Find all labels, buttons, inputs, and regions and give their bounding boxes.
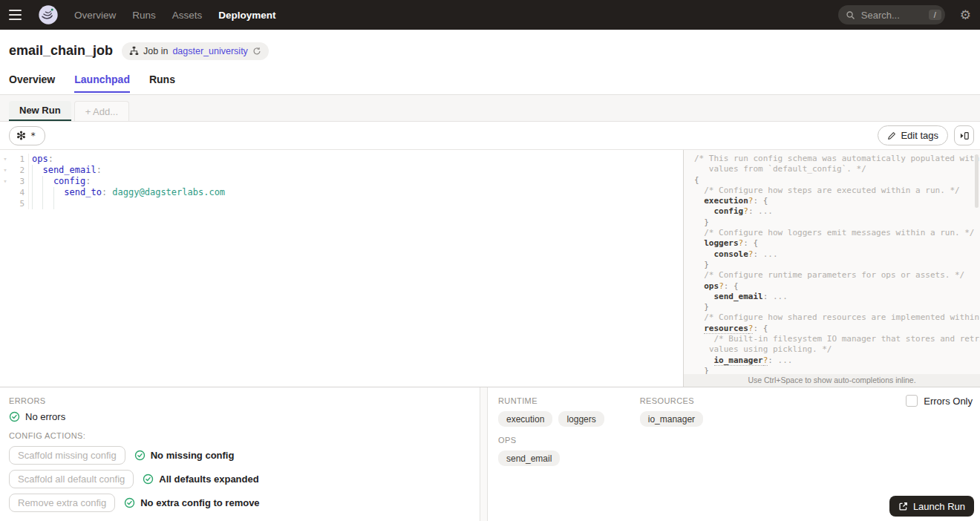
- job-header: email_chain_job Job in dagster_universit…: [0, 30, 980, 72]
- page-title: email_chain_job: [9, 43, 113, 59]
- scaffold-missing-config-button[interactable]: Scaffold missing config: [9, 446, 125, 465]
- schema-line: /* This run config schema was automatica…: [694, 154, 980, 164]
- op-selector-input[interactable]: *: [9, 126, 45, 145]
- search-input[interactable]: Search... /: [838, 5, 945, 24]
- job-graph-icon: [129, 46, 139, 56]
- config-action-row: Scaffold all default configAll defaults …: [9, 470, 471, 488]
- resources-column: RESOURCES io_manager: [640, 396, 703, 436]
- schema-line: console?: ...: [694, 249, 980, 260]
- chip-send_email[interactable]: send_email: [498, 450, 560, 466]
- schema-line: ops?: {: [694, 281, 980, 292]
- refresh-icon[interactable]: [252, 47, 261, 56]
- toggle-schema-panel-button[interactable]: [954, 125, 974, 145]
- runtime-label: RUNTIME: [498, 396, 604, 405]
- action-status-text: No extra config to remove: [140, 497, 259, 508]
- code-location-link[interactable]: dagster_university: [172, 46, 247, 56]
- schema-line: send_email: ...: [694, 292, 980, 302]
- errors-label: ERRORS: [9, 396, 471, 405]
- bottom-splitter[interactable]: [480, 387, 488, 521]
- pencil-icon: [887, 131, 896, 140]
- top-nav-bar: OverviewRunsAssetsDeployment Search... /…: [0, 0, 980, 30]
- nav-assets[interactable]: Assets: [172, 10, 203, 21]
- tab-runs[interactable]: Runs: [149, 72, 175, 93]
- schema-line: execution?: {: [694, 196, 980, 206]
- code-text: ops:: [28, 154, 53, 165]
- autocomplete-hint: Use Ctrl+Space to show auto-completions …: [684, 374, 980, 387]
- schema-line: }: [694, 260, 980, 270]
- dagster-logo[interactable]: [37, 4, 59, 26]
- edit-tags-button[interactable]: Edit tags: [878, 125, 948, 145]
- op-graph-icon: [16, 131, 26, 140]
- chip-io_manager[interactable]: io_manager: [640, 411, 703, 427]
- job-tabs: OverviewLaunchpadRuns: [0, 72, 980, 95]
- config-action-row: Scaffold missing configNo missing config: [9, 446, 471, 465]
- tab-new-run[interactable]: New Run: [9, 101, 71, 121]
- resources-label: RESOURCES: [640, 396, 703, 405]
- launch-run-button[interactable]: Launch Run: [889, 496, 974, 517]
- errors-only-label: Errors Only: [924, 396, 973, 407]
- fold-chevron-icon[interactable]: ▾: [0, 176, 10, 187]
- code-text: send_email:: [28, 165, 102, 176]
- gutter-space: [0, 198, 10, 209]
- schema-scrollbar[interactable]: [975, 154, 979, 208]
- line-number: 2: [10, 165, 28, 176]
- scaffold-all-default-config-button[interactable]: Scaffold all default config: [9, 470, 134, 488]
- search-icon: [846, 10, 855, 20]
- badge-prefix: Job in: [143, 46, 168, 56]
- schema-line: /* Configure runtime parameters for ops …: [694, 270, 980, 281]
- chip-execution[interactable]: execution: [498, 411, 552, 427]
- code-text: [28, 198, 64, 209]
- editor-line[interactable]: 4 send_to: daggy@dagsterlabs.com: [0, 187, 683, 198]
- line-number: 1: [10, 154, 28, 165]
- search-placeholder: Search...: [861, 10, 923, 21]
- config-editor-split: ▾1ops:▾2 send_email:▾3 config:4 send_to:…: [0, 150, 980, 387]
- editor-line[interactable]: 5: [0, 198, 683, 209]
- launchpad-toolbar: * Edit tags: [0, 122, 980, 150]
- op-selector-value: *: [30, 131, 36, 141]
- schema-line: io_manager?: ...: [694, 355, 980, 366]
- launch-run-label: Launch Run: [913, 501, 965, 512]
- no-errors-status: No errors: [9, 411, 471, 422]
- line-number: 5: [10, 198, 28, 209]
- settings-gear-icon[interactable]: ⚙: [960, 9, 971, 22]
- schema-line: }: [694, 217, 980, 228]
- edit-tags-label: Edit tags: [901, 130, 938, 141]
- bottom-panel: ERRORS No errors CONFIG ACTIONS: Scaffol…: [0, 387, 980, 521]
- errors-panel: ERRORS No errors CONFIG ACTIONS: Scaffol…: [0, 387, 480, 521]
- fold-chevron-icon[interactable]: ▾: [0, 165, 10, 176]
- yaml-config-editor[interactable]: ▾1ops:▾2 send_email:▾3 config:4 send_to:…: [0, 150, 683, 387]
- remove-extra-config-button[interactable]: Remove extra config: [9, 494, 115, 512]
- menu-icon[interactable]: [9, 5, 28, 24]
- line-number: 3: [10, 176, 28, 187]
- nav-deployment[interactable]: Deployment: [218, 10, 275, 21]
- fold-chevron-icon[interactable]: ▾: [0, 154, 10, 165]
- gutter-space: [0, 187, 10, 198]
- schema-line: loggers?: {: [694, 238, 980, 249]
- action-status-text: No missing config: [151, 450, 235, 461]
- errors-only-toggle[interactable]: Errors Only: [906, 395, 973, 407]
- config-schema-panel: /* This run config schema was automatica…: [684, 150, 980, 387]
- search-shortcut-key: /: [929, 10, 941, 20]
- tab-launchpad[interactable]: Launchpad: [74, 72, 130, 93]
- launchpad-tab-strip: New Run + Add...: [0, 95, 980, 122]
- line-number: 4: [10, 187, 28, 198]
- chip-loggers[interactable]: loggers: [558, 411, 604, 427]
- editor-line[interactable]: ▾3 config:: [0, 176, 683, 187]
- nav-runs[interactable]: Runs: [132, 10, 156, 21]
- code-text: send_to: daggy@dagsterlabs.com: [28, 187, 225, 198]
- action-status: No missing config: [134, 450, 235, 461]
- nav-overview[interactable]: Overview: [74, 10, 116, 21]
- errors-only-checkbox[interactable]: [906, 395, 918, 407]
- editor-line[interactable]: ▾1ops:: [0, 154, 683, 165]
- tab-add-config[interactable]: + Add...: [74, 101, 129, 121]
- job-location-badge: Job in dagster_university: [122, 42, 269, 60]
- runtime-column: RUNTIME executionloggers: [498, 396, 604, 436]
- action-status-text: All defaults expanded: [159, 474, 258, 485]
- schema-line: values from `default_config`. */: [694, 164, 980, 174]
- tab-overview[interactable]: Overview: [9, 72, 55, 93]
- schema-line: }: [694, 302, 980, 312]
- editor-line[interactable]: ▾2 send_email:: [0, 165, 683, 176]
- schema-line: /* Built-in filesystem IO manager that s…: [694, 334, 980, 344]
- ops-label: OPS: [498, 436, 971, 445]
- launch-icon: [898, 502, 908, 511]
